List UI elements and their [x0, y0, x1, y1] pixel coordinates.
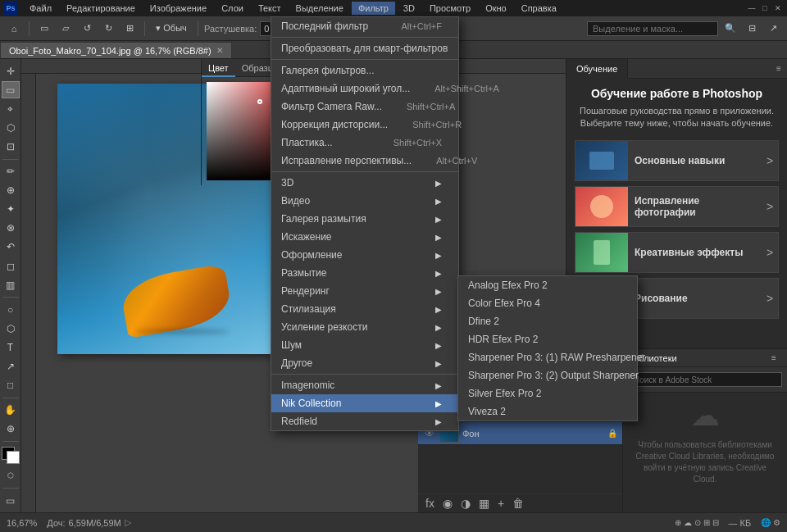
filter-nik[interactable]: Nik Collection ▶	[271, 394, 458, 412]
history-tool[interactable]: ↶	[2, 239, 20, 256]
layer-mask-button[interactable]: ◉	[440, 497, 455, 510]
cloud-menu-btn[interactable]: ≡	[766, 350, 782, 366]
filter-distortion[interactable]: Коррекция дисторсии... Shift+Ctrl+R	[271, 116, 458, 134]
menu-filter[interactable]: Фильтр	[352, 2, 395, 15]
color-tab[interactable]: Цвет	[202, 59, 235, 77]
filter-perspective[interactable]: Исправление перспективы... Alt+Ctrl+V	[271, 152, 458, 170]
zoom-tool[interactable]: ⊕	[2, 421, 20, 438]
filter-liquify[interactable]: Пластика... Shift+Ctrl+X	[271, 134, 458, 152]
learning-card-photo[interactable]: Исправление фотографии >	[575, 186, 779, 227]
filter-other[interactable]: Другое ▶	[271, 354, 458, 372]
filter-last[interactable]: Последний фильтр Alt+Ctrl+F	[271, 17, 458, 35]
text-tool[interactable]: T	[2, 339, 20, 356]
nik-color-efex[interactable]: Color Efex Pro 4	[458, 294, 637, 312]
menu-window[interactable]: Окно	[479, 2, 513, 15]
menu-image[interactable]: Изображение	[143, 2, 213, 15]
nik-analog[interactable]: Analog Efex Pro 2	[458, 276, 637, 294]
undo-btn[interactable]: ↺	[78, 20, 96, 38]
tab-close-button[interactable]: ✕	[216, 46, 223, 55]
filter-nik-label: Nik Collection	[281, 398, 341, 409]
learning-card-creative[interactable]: Креативные эффекты >	[575, 232, 779, 273]
workspace-btn[interactable]: ⊟	[743, 20, 761, 38]
nik-dfine[interactable]: Dfine 2	[458, 312, 637, 330]
filter-redfield[interactable]: Redfield ▶	[271, 412, 458, 430]
menu-view[interactable]: Просмотр	[423, 2, 477, 15]
menu-file[interactable]: Файл	[23, 2, 58, 15]
layer-delete-button[interactable]: 🗑	[510, 497, 526, 510]
heal-tool[interactable]: ⊕	[2, 182, 20, 199]
nik-sharpener2[interactable]: Sharpener Pro 3: (2) Output Sharpener	[458, 366, 637, 384]
document-tab[interactable]: Oboi_Foto_Makro_70_104.jpg @ 16,7% (RGB/…	[0, 42, 232, 58]
doc-size: 6,59M/6,59M	[69, 518, 121, 528]
open-btn[interactable]: ▱	[57, 20, 75, 38]
menu-text[interactable]: Текст	[252, 2, 288, 15]
style-btn[interactable]: ▾ Обыч	[151, 20, 192, 38]
path-tool[interactable]: ↗	[2, 358, 20, 375]
foreground-color[interactable]	[2, 447, 20, 464]
marquee-tool[interactable]: ▭	[2, 81, 20, 98]
pen-tool[interactable]: ⬡	[2, 320, 20, 337]
search-icon[interactable]: 🔍	[721, 20, 739, 38]
layer-fx-button[interactable]: fx	[423, 497, 437, 510]
app-icon: Ps	[3, 1, 18, 16]
filter-gallery[interactable]: Галерея фильтров...	[271, 61, 458, 80]
learning-card-basics[interactable]: Основные навыки >	[575, 140, 779, 181]
filter-stylize[interactable]: Оформление ▶	[271, 246, 458, 264]
arrange-btn[interactable]: ⊞	[121, 20, 139, 38]
nik-viveza[interactable]: Viveza 2	[458, 402, 637, 421]
filter-noise[interactable]: Шум ▶	[271, 336, 458, 354]
quick-select-tool[interactable]: ⬡	[2, 119, 20, 136]
nik-hdr[interactable]: HDR Efex Pro 2	[458, 330, 637, 348]
move-tool[interactable]: ✛	[2, 62, 20, 80]
menu-3d[interactable]: 3D	[397, 2, 421, 15]
feather-label: Растушевка:	[204, 24, 257, 34]
share-btn[interactable]: ↗	[764, 20, 782, 38]
menu-layers[interactable]: Слои	[215, 2, 250, 15]
gradient-tool[interactable]: ▥	[2, 276, 20, 293]
lasso-tool[interactable]: ⌖	[2, 100, 20, 117]
cloud-search-input[interactable]	[628, 372, 782, 387]
filter-wide-angle[interactable]: Адаптивный широкий угол... Alt+Shift+Ctr…	[271, 80, 458, 98]
filter-smart[interactable]: Преобразовать для смарт-фильтров	[271, 39, 458, 57]
maximize-button[interactable]: □	[759, 2, 771, 14]
shape-tool[interactable]: □	[2, 377, 20, 394]
filter-camera-raw[interactable]: Фильтр Camera Raw... Shift+Ctrl+A	[271, 98, 458, 116]
crop-tool[interactable]: ⊡	[2, 138, 20, 155]
filter-video[interactable]: Видео ▶	[271, 192, 458, 210]
eraser-tool[interactable]: ◻	[2, 257, 20, 275]
filter-distort[interactable]: Искажение ▶	[271, 228, 458, 246]
panel-menu-button[interactable]: ≡	[771, 61, 787, 77]
layer-adjustment-button[interactable]: ◑	[458, 497, 473, 510]
eyedropper-tool[interactable]: ✏	[2, 163, 20, 180]
filter-style-label: Стилизация	[281, 303, 336, 315]
menu-edit[interactable]: Редактирование	[60, 2, 142, 15]
close-button[interactable]: ✕	[772, 2, 784, 14]
home-button[interactable]: ⌂	[5, 20, 23, 38]
filter-sep-3	[271, 171, 458, 172]
screen-mode-btn[interactable]: ▭	[2, 492, 20, 509]
filter-render[interactable]: Рендеринг ▶	[271, 282, 458, 300]
nik-sharpener1[interactable]: Sharpener Pro 3: (1) RAW Presharpener	[458, 348, 637, 366]
dodge-tool[interactable]: ○	[2, 301, 20, 318]
menu-help[interactable]: Справка	[515, 2, 563, 15]
nik-silver[interactable]: Silver Efex Pro 2	[458, 384, 637, 402]
filter-blur[interactable]: Размытие ▶	[271, 264, 458, 282]
filter-3d[interactable]: 3D ▶	[271, 174, 458, 192]
filter-blur-gallery[interactable]: Галерея размытия ▶	[271, 210, 458, 228]
redo-btn[interactable]: ↻	[99, 20, 117, 38]
minimize-button[interactable]: —	[746, 2, 757, 14]
brush-tool[interactable]: ✦	[2, 201, 20, 218]
hand-tool[interactable]: ✋	[2, 402, 20, 419]
menu-select[interactable]: Выделение	[289, 2, 350, 15]
mask-search[interactable]	[587, 21, 718, 36]
layer-group-button[interactable]: ▦	[476, 497, 492, 510]
new-btn[interactable]: ▭	[35, 20, 53, 38]
filter-style[interactable]: Стилизация ▶	[271, 300, 458, 318]
clone-tool[interactable]: ⊗	[2, 220, 20, 237]
quick-mask-btn[interactable]: ⬡	[2, 467, 20, 484]
filter-imagenomic[interactable]: Imagenomic ▶	[271, 376, 458, 394]
nik-silver-label: Silver Efex Pro 2	[468, 388, 541, 399]
layer-new-button[interactable]: +	[495, 497, 507, 510]
learning-tab[interactable]: Обучение	[566, 59, 628, 79]
filter-sharpen[interactable]: Усиление резкости ▶	[271, 318, 458, 336]
